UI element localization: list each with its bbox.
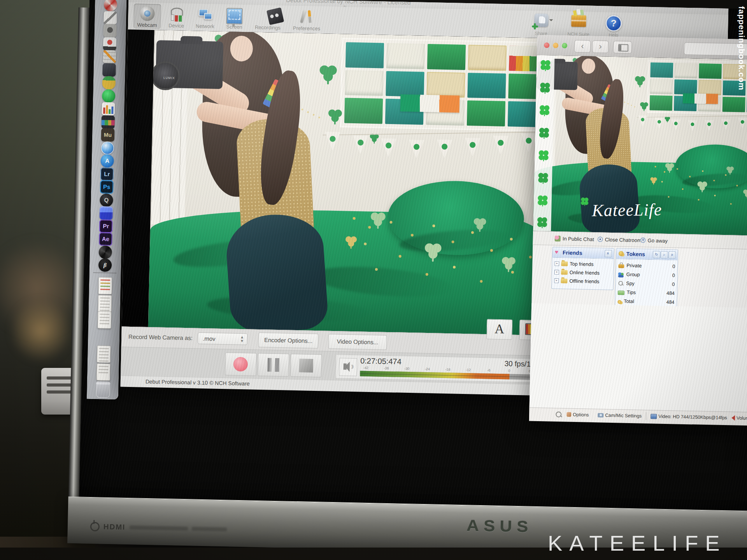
dock-icon-video-collage[interactable]	[101, 115, 115, 129]
speaker-icon	[344, 364, 347, 370]
shelf-unit-decor	[340, 38, 547, 131]
dock-icon-photo-booth[interactable]	[103, 24, 117, 37]
back-button[interactable]: ‹	[574, 40, 591, 53]
tab-recordings[interactable]: Recordings	[251, 6, 285, 32]
friends-online[interactable]: + Online friends	[554, 268, 600, 277]
side-watermark: fappeningbook.com	[737, 6, 746, 91]
token-row-spy: Spy 0	[618, 279, 675, 289]
friends-top[interactable]: + Top friends	[554, 260, 594, 268]
folder-icon	[561, 278, 567, 283]
close-button[interactable]	[544, 42, 549, 48]
record-timer: 0:27:05:474	[360, 356, 402, 366]
video-options-button[interactable]: Video Options...	[328, 334, 387, 350]
spy-magnifier-icon	[618, 280, 624, 286]
help-button[interactable]: ? Help	[598, 13, 630, 39]
collapse-button[interactable]: «	[605, 250, 612, 257]
dock-icon-adobe-muse[interactable]: Mu	[101, 128, 115, 142]
dock-icon-red-app[interactable]	[104, 0, 117, 11]
list-button[interactable]: ≡	[668, 251, 676, 259]
dock-icon-beta-app[interactable]: β	[98, 258, 112, 272]
dock-icon-app-store[interactable]: A	[100, 154, 114, 168]
asus-logo: ASUS	[466, 516, 533, 536]
volume-control[interactable]: Volume	[731, 415, 747, 421]
coin-icon	[619, 251, 624, 256]
dock-icon-blue-app[interactable]	[100, 206, 113, 220]
dock-icon-whatsapp[interactable]	[102, 89, 116, 103]
clover-border-decor	[533, 55, 554, 231]
nch-suite-button[interactable]: NCH Suite	[563, 12, 594, 38]
dock-icon-safari[interactable]	[101, 141, 114, 155]
dock-icon-quicktime[interactable]: Q	[100, 193, 113, 207]
dock-doc[interactable]	[96, 363, 110, 381]
zoom-button[interactable]	[562, 43, 567, 48]
browser-window: ‹ ›	[529, 35, 747, 427]
network-icon	[198, 7, 213, 23]
in-public-chat-button[interactable]: In Public Chat	[555, 234, 594, 243]
expand-icon[interactable]: +	[554, 270, 559, 275]
tab-network[interactable]: Network	[191, 5, 219, 30]
page-body	[530, 303, 747, 414]
tab-device[interactable]: Device	[164, 4, 189, 30]
banner-string-decor	[323, 131, 546, 135]
token-row-group: Group 0	[618, 270, 675, 280]
dock-icon-screen-recorder[interactable]	[103, 37, 117, 51]
search-button[interactable]: ⌕	[661, 251, 668, 259]
dock-icon-chart-app[interactable]	[102, 102, 115, 116]
cam-video-frame: LUMIX	[533, 55, 747, 238]
app-version-text: Debut Professional v 3.10 © NCH Software	[146, 378, 250, 387]
tokens-panel: Tokens ↻ ⌕ ≡ Private 0 Group 0	[615, 248, 678, 307]
friends-panel-header[interactable]: ♥ Friends «	[552, 247, 614, 259]
dock-icon-unity[interactable]	[98, 245, 112, 259]
monitor-screen: Mu A Lr Ps Q Pr Ae β	[79, 0, 747, 511]
dock-icon-premiere[interactable]: Pr	[99, 219, 113, 233]
tokens-panel-header[interactable]: Tokens ↻ ⌕ ≡	[616, 248, 678, 260]
tab-screen[interactable]: Screen	[221, 5, 247, 31]
cassette-icon	[267, 7, 284, 25]
sidebar-button[interactable]	[613, 41, 632, 54]
stop-icon	[299, 359, 313, 373]
dock-icon-dark-utility[interactable]	[102, 63, 116, 77]
dock-doc[interactable]	[97, 345, 111, 363]
wrench-icon	[566, 412, 571, 417]
stop-button[interactable]	[290, 354, 322, 378]
go-away-button[interactable]: II Go away	[640, 236, 668, 244]
video-quality-readout: Video: HD 744/1250Kbps@14fps	[651, 413, 727, 420]
dock-trash[interactable]	[96, 381, 110, 398]
forward-button[interactable]: ›	[592, 40, 609, 53]
dock-icon-marker-app[interactable]	[103, 11, 117, 24]
expand-icon[interactable]: +	[554, 278, 559, 283]
record-button[interactable]	[225, 352, 256, 376]
faint-label	[191, 527, 226, 531]
cam-mic-settings-button[interactable]: Cam/Mic Settings	[598, 412, 642, 418]
record-icon	[233, 357, 248, 372]
dock-doc-spreadsheet[interactable]	[98, 277, 112, 294]
caption-text-button[interactable]: A	[486, 319, 512, 340]
tab-preferences[interactable]: Preferences	[288, 7, 325, 32]
dock-icon-after-effects[interactable]: Ae	[99, 232, 112, 246]
share-thumbs-up-icon	[534, 14, 549, 27]
refresh-button[interactable]: ↻	[653, 251, 660, 258]
volume-speaker-icon	[731, 415, 735, 420]
dock-icon-lightroom[interactable]: Lr	[100, 167, 114, 181]
dock-icon-calculator[interactable]	[103, 50, 116, 63]
options-button[interactable]: Options	[566, 412, 589, 418]
camera-viewfinder	[181, 36, 202, 44]
dock-icon-photoshop[interactable]: Ps	[100, 180, 114, 194]
zoom-search-icon[interactable]	[556, 411, 561, 417]
friends-offline[interactable]: + Offline friends	[554, 277, 599, 285]
minimize-button[interactable]	[553, 43, 558, 48]
dslr-camera: LUMIX	[156, 40, 224, 89]
encoder-options-button[interactable]: Encoder Options...	[258, 332, 319, 348]
dock-icon-pineapple-app[interactable]	[102, 76, 116, 89]
tab-webcam[interactable]: Webcam	[133, 4, 161, 29]
expand-icon[interactable]: +	[554, 261, 559, 266]
dock-doc[interactable]	[98, 311, 112, 329]
mute-button[interactable]	[339, 358, 357, 376]
dock-doc[interactable]	[98, 295, 112, 312]
camera-lens	[151, 61, 181, 91]
close-chatroom-button[interactable]: Close Chatroom	[598, 235, 642, 244]
format-select[interactable]: .mov ▲▼	[198, 332, 248, 345]
pause-button[interactable]	[258, 353, 289, 377]
pause-icon	[267, 358, 272, 371]
share-button[interactable]: Share	[526, 12, 557, 37]
